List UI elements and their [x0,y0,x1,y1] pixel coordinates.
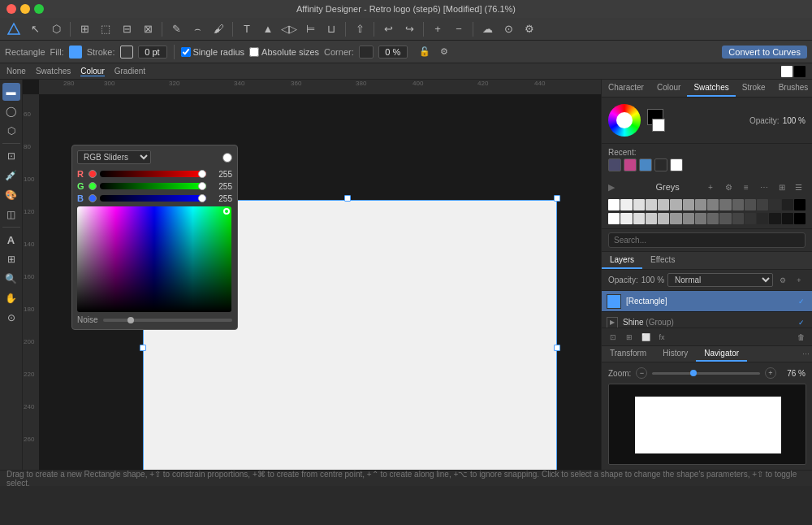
grey-swatch-8[interactable] [707,199,719,210]
blend-mode-select[interactable]: Normal Multiply Screen [667,273,773,287]
grey-swatch-2[interactable] [633,199,645,210]
single-radius-checkbox[interactable]: Single radius [181,47,245,57]
grey-swatch-white[interactable] [608,199,620,210]
fill-tab-swatches[interactable]: Swatches [36,67,71,76]
corner-value[interactable]: 0 % [378,46,408,59]
tab-stroke[interactable]: Stroke [736,80,772,97]
green-slider[interactable] [100,183,206,189]
grey-swatch-9[interactable] [719,199,731,210]
minimize-button[interactable] [20,4,30,14]
handle-top-right[interactable] [554,195,560,202]
boolean-button[interactable]: ⊔ [322,20,340,38]
layers-settings-icon[interactable]: ⚙ [776,274,789,287]
vector-brush-button[interactable]: ⌢ [188,20,206,38]
greys-list-view[interactable]: ☰ [791,180,806,194]
fill-tab-none[interactable]: None [6,67,26,76]
stroke-color-swatch[interactable] [120,46,133,59]
move-tool-button[interactable]: ↖ [26,20,44,38]
rectangle-tool-button[interactable]: ▬ [2,83,20,101]
zoom-out-nav-button[interactable]: − [636,367,647,379]
fill-tool-button[interactable]: 🎨 [2,186,20,204]
color-wheel[interactable] [608,104,641,137]
greys-grid-view[interactable]: ⊞ [775,180,789,194]
corner-unlock-icon[interactable]: 🔓 [416,43,434,61]
bottom-panel-settings-icon[interactable]: ⋯ [799,348,812,361]
share-button[interactable]: ☁ [478,20,496,38]
blue-slider[interactable] [100,195,206,202]
export-button[interactable]: ⇧ [351,20,369,38]
grey-swatch-14[interactable] [782,199,793,210]
layer-item-shine-1[interactable]: ▶ Shine (Group) ✓ [602,312,812,328]
grey-2-swatch-2[interactable] [620,213,632,224]
layers-new-layer-icon[interactable]: ⊡ [607,331,620,344]
ellipse-tool-button[interactable]: ◯ [2,102,20,120]
fill-tab-colour[interactable]: Colour [80,67,104,76]
zoom-in-nav-button[interactable]: + [765,367,776,379]
grey-2-swatch-6[interactable] [670,213,681,224]
black-swatch-icon[interactable] [794,66,806,77]
grey-swatch-6[interactable] [683,199,694,210]
zoom-in-button[interactable]: + [429,20,447,38]
tab-layers[interactable]: Layers [602,252,642,269]
corner-icon[interactable] [359,46,374,59]
tab-swatches[interactable]: Swatches [687,80,735,97]
recent-color-1[interactable] [608,158,621,171]
grey-swatch-12[interactable] [757,199,768,210]
handle-mid-right[interactable] [554,345,560,351]
layer-vis-rectangle[interactable]: ✓ [796,296,807,307]
layers-add-icon[interactable]: + [793,274,806,287]
recent-color-2[interactable] [624,158,637,171]
tab-colour[interactable]: Colour [650,80,687,97]
grey-2-swatch-13[interactable] [757,213,768,224]
recent-color-5[interactable] [670,158,683,171]
layers-trash-icon[interactable]: 🗑 [794,331,807,344]
gradient-tool-button[interactable]: ◫ [2,206,20,223]
fill-tab-gradient[interactable]: Gradient [114,67,145,76]
grey-swatch-black[interactable] [794,199,806,210]
arrange-tool-button[interactable]: ⊞ [76,20,93,38]
handle-mid-left[interactable] [140,345,146,351]
corner-settings-icon[interactable]: ⚙ [435,43,453,61]
search-input[interactable] [608,232,806,248]
grey-2-swatch-9[interactable] [707,213,719,224]
hand-tool-button[interactable]: ✋ [2,289,20,307]
maximize-button[interactable] [34,4,44,14]
greys-more-icon[interactable]: ⋯ [757,180,771,194]
canvas-area[interactable]: 280 300 320 340 360 380 400 420 440 60 8… [23,80,601,470]
layers-mask-icon[interactable]: ⬜ [639,331,652,344]
view-button[interactable]: ⊙ [499,20,517,38]
grey-2-swatch-12[interactable] [745,213,756,224]
undo-button[interactable]: ↩ [379,20,397,38]
layers-adjust-icon[interactable]: fx [655,331,668,344]
layer-item-rectangle[interactable]: [Rectangle] ✓ [602,291,812,312]
layer-vis-shine-1[interactable]: ✓ [796,317,807,328]
convert-to-curves-button[interactable]: Convert to Curves [722,46,807,59]
guides-button[interactable]: ⊠ [139,20,157,38]
flip-h-button[interactable]: ◁▷ [280,20,298,38]
paint-brush-button[interactable]: 🖌 [209,20,227,38]
grey-swatch-13[interactable] [769,199,780,210]
grid-tool-button[interactable]: ⊟ [118,20,136,38]
greys-settings-icon[interactable]: ⚙ [721,180,736,194]
navigator-preview[interactable] [608,384,806,465]
grey-swatch-1[interactable] [620,199,632,210]
zoom-tool-button[interactable]: 🔍 [2,270,20,288]
stroke-value[interactable]: 0 pt [138,46,167,59]
grey-swatch-11[interactable] [745,199,756,210]
grey-2-swatch-5[interactable] [658,213,669,224]
recent-color-3[interactable] [639,158,652,171]
color-model-select[interactable]: RGB Sliders HSL Sliders CMYK Sliders [77,150,151,164]
close-button[interactable] [6,4,16,14]
background-swatch[interactable] [652,119,665,132]
greys-list-icon[interactable]: ≡ [739,180,754,194]
tab-navigator[interactable]: Navigator [696,346,747,362]
transform-tool-button[interactable]: ⬚ [97,20,114,38]
shape-tool-button[interactable]: ▲ [259,20,277,38]
handle-top-center[interactable] [344,195,351,202]
redo-button[interactable]: ↪ [400,20,418,38]
grey-2-swatch-14[interactable] [769,213,780,224]
layers-delete-icon[interactable]: 🗑 [794,331,807,344]
greys-add-icon[interactable]: + [703,180,718,194]
single-radius-input[interactable] [181,47,191,57]
grey-2-swatch-1[interactable] [608,213,620,224]
